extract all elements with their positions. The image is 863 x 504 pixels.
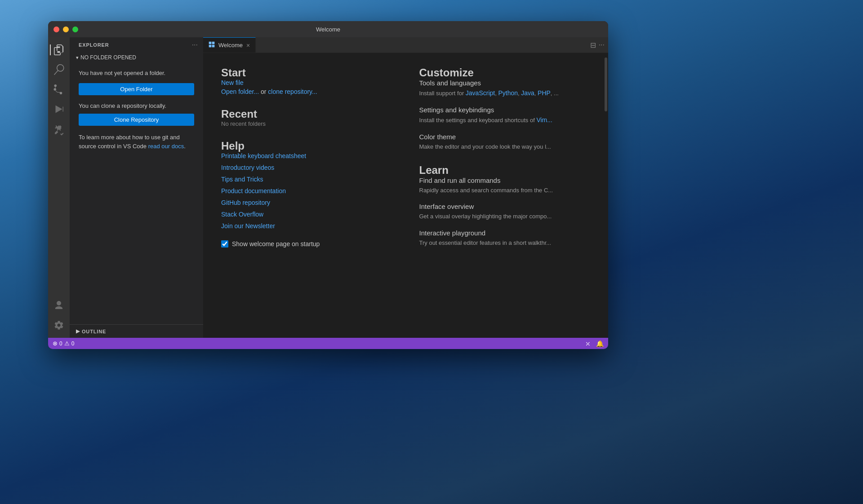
tools-languages-desc: Install support for JavaScript, Python, … xyxy=(419,88,591,98)
svg-rect-0 xyxy=(209,42,212,44)
clone-repository-button[interactable]: Clone Repository xyxy=(79,114,194,126)
start-heading: Start xyxy=(221,66,392,79)
window-title: Welcome xyxy=(316,26,340,33)
errors-status[interactable]: ⊗ 0 ⚠ 0 xyxy=(53,340,74,347)
traffic-lights xyxy=(53,27,78,32)
show-welcome-label: Show welcome page on startup xyxy=(232,240,320,248)
error-icon: ⊗ xyxy=(53,340,58,347)
help-links-container: Printable keyboard cheatsheet Introducto… xyxy=(221,152,392,231)
svg-rect-1 xyxy=(212,42,215,44)
settings-keybindings-desc: Install the settings and keyboard shortc… xyxy=(419,115,591,125)
extensions-activity-icon[interactable] xyxy=(50,122,68,140)
tab-actions: ⊟ ··· xyxy=(587,37,608,53)
tools-languages-title: Tools and languages xyxy=(419,79,591,87)
status-bar: ⊗ 0 ⚠ 0 ⤫ 🔔 xyxy=(48,338,608,349)
java-link[interactable]: Java xyxy=(521,89,534,97)
more-actions-icon[interactable]: ··· xyxy=(599,41,605,49)
interactive-playground-item: Interactive playground Try out essential… xyxy=(419,229,591,248)
open-or-clone-row: Open folder... or clone repository... xyxy=(221,88,392,95)
title-bar: Welcome xyxy=(48,21,608,37)
color-theme-desc: Make the editor and your code look the w… xyxy=(419,142,591,151)
find-commands-title: Find and run all commands xyxy=(419,177,591,184)
keyboard-cheatsheet-link[interactable]: Printable keyboard cheatsheet xyxy=(221,152,392,159)
no-folder-section: ▾ NO FOLDER OPENED xyxy=(70,53,203,62)
tab-bar: Welcome × ⊟ ··· xyxy=(203,37,608,53)
no-folder-content: You have not yet opened a folder. Open F… xyxy=(70,62,203,324)
clone-text: You can clone a repository locally. xyxy=(79,102,194,109)
php-link[interactable]: PHP xyxy=(538,89,551,97)
activity-bar xyxy=(48,37,70,338)
help-heading: Help xyxy=(221,140,392,152)
open-folder-link[interactable]: Open folder... xyxy=(221,88,259,95)
intro-videos-link[interactable]: Introductory videos xyxy=(221,164,392,171)
right-section: Customize Tools and languages Install su… xyxy=(419,66,591,324)
tools-languages-item: Tools and languages Install support for … xyxy=(419,79,591,98)
tips-tricks-link[interactable]: Tips and Tricks xyxy=(221,176,392,183)
svg-rect-3 xyxy=(212,45,215,48)
svg-rect-2 xyxy=(209,45,212,48)
run-activity-icon[interactable] xyxy=(50,100,68,118)
settings-activity-icon[interactable] xyxy=(50,316,68,334)
vscode-tab-icon xyxy=(209,41,215,49)
notifications-icon[interactable]: 🔔 xyxy=(596,340,604,347)
outline-arrow-icon: ▶ xyxy=(76,328,80,334)
status-left: ⊗ 0 ⚠ 0 xyxy=(53,340,74,347)
account-activity-icon[interactable] xyxy=(50,296,68,314)
read-docs-link[interactable]: read our docs xyxy=(148,143,184,150)
maximize-button[interactable] xyxy=(72,27,78,32)
interface-overview-title: Interface overview xyxy=(419,203,591,210)
sidebar-header: EXPLORER ··· xyxy=(70,37,203,53)
find-commands-item: Find and run all commands Rapidly access… xyxy=(419,177,591,195)
show-welcome-checkbox[interactable] xyxy=(221,240,228,248)
explorer-activity-icon[interactable] xyxy=(50,41,68,59)
no-folder-text: You have not yet opened a folder. xyxy=(79,69,194,78)
no-recent-text: No recent folders xyxy=(221,120,392,127)
window-body: EXPLORER ··· ▾ NO FOLDER OPENED You have… xyxy=(48,37,608,338)
python-link[interactable]: Python xyxy=(498,89,518,97)
errors-count: 0 xyxy=(59,340,62,347)
welcome-tab-label: Welcome xyxy=(218,42,243,49)
stack-overflow-link[interactable]: Stack Overflow xyxy=(221,211,392,218)
interactive-playground-desc: Try out essential editor features in a s… xyxy=(419,239,591,248)
start-section: Start New file Open folder... or clone r… xyxy=(221,66,392,324)
section-arrow-icon: ▾ xyxy=(76,55,79,61)
color-theme-title: Color theme xyxy=(419,133,591,141)
status-right: ⤫ 🔔 xyxy=(585,340,604,347)
close-button[interactable] xyxy=(53,27,59,32)
no-folder-label: NO FOLDER OPENED xyxy=(80,54,136,61)
search-activity-icon[interactable] xyxy=(50,61,68,79)
clone-repository-link[interactable]: clone repository... xyxy=(268,88,317,95)
warning-icon: ⚠ xyxy=(64,340,70,347)
warnings-count: 0 xyxy=(71,340,75,347)
git-info-text: To learn more about how to use git and s… xyxy=(79,133,194,152)
interactive-playground-title: Interactive playground xyxy=(419,229,591,237)
outline-label: OUTLINE xyxy=(82,329,106,334)
product-docs-link[interactable]: Product documentation xyxy=(221,187,392,195)
remote-icon[interactable]: ⤫ xyxy=(585,340,591,347)
sidebar-more-button[interactable]: ··· xyxy=(192,41,198,49)
show-welcome-row: Show welcome page on startup xyxy=(221,240,392,248)
explorer-title: EXPLORER xyxy=(79,42,109,48)
editor-area: Welcome × ⊟ ··· Start New file Open fold… xyxy=(203,37,608,338)
welcome-tab[interactable]: Welcome × xyxy=(203,37,256,53)
interface-overview-desc: Get a visual overlay highlighting the ma… xyxy=(419,212,591,221)
javascript-link[interactable]: JavaScript xyxy=(466,89,495,97)
split-editor-icon[interactable]: ⊟ xyxy=(590,41,596,49)
recent-heading: Recent xyxy=(221,108,392,120)
learn-heading: Learn xyxy=(419,164,591,177)
tab-close-icon[interactable]: × xyxy=(246,42,250,49)
color-theme-item: Color theme Make the editor and your cod… xyxy=(419,133,591,151)
customize-heading: Customize xyxy=(419,66,591,79)
outline-section[interactable]: ▶ OUTLINE xyxy=(70,324,203,338)
minimize-button[interactable] xyxy=(63,27,69,32)
new-file-link[interactable]: New file xyxy=(221,79,392,86)
scrollbar-thumb[interactable] xyxy=(605,57,607,111)
vscode-window: Welcome xyxy=(48,21,608,349)
settings-keybindings-title: Settings and keybindings xyxy=(419,106,591,114)
github-repo-link[interactable]: GitHub repository xyxy=(221,199,392,206)
source-control-activity-icon[interactable] xyxy=(50,80,68,98)
find-commands-desc: Rapidly access and search commands from … xyxy=(419,186,591,195)
open-folder-button[interactable]: Open Folder xyxy=(79,83,194,95)
vim-link[interactable]: Vim... xyxy=(536,116,552,124)
newsletter-link[interactable]: Join our Newsletter xyxy=(221,222,392,230)
